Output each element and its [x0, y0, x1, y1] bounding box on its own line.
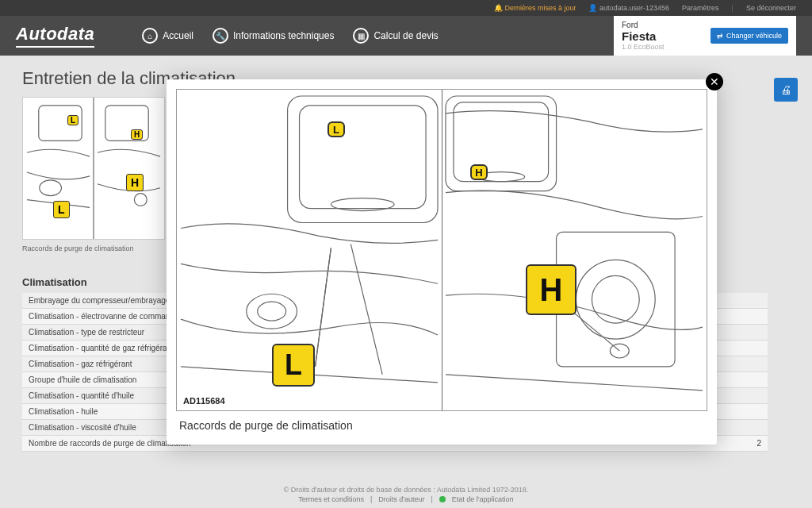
label-high-inset: H — [470, 164, 488, 180]
modal-close-button[interactable]: ✕ — [706, 73, 723, 90]
svg-point-16 — [592, 275, 639, 323]
svg-line-13 — [315, 248, 331, 367]
label-high-port: H — [526, 264, 576, 315]
svg-rect-5 — [288, 96, 438, 223]
svg-rect-9 — [454, 102, 549, 182]
modal-caption: Raccords de purge de climatisation — [176, 411, 707, 435]
diagram-image: L H L H AD115684 — [176, 89, 707, 411]
modal-body: L H L H AD115684 Raccords de purge de cl… — [167, 79, 717, 444]
diagram-divider — [442, 90, 442, 410]
svg-rect-6 — [300, 106, 427, 209]
label-low-inset: L — [327, 121, 345, 137]
diagram-modal: ✕ — [167, 79, 717, 444]
svg-point-12 — [258, 302, 286, 321]
svg-rect-8 — [446, 96, 557, 191]
diagram-reference: AD115684 — [183, 396, 225, 406]
close-icon: ✕ — [710, 75, 719, 88]
label-low-port: L — [272, 344, 315, 387]
svg-point-15 — [576, 260, 655, 339]
svg-point-11 — [247, 294, 297, 329]
